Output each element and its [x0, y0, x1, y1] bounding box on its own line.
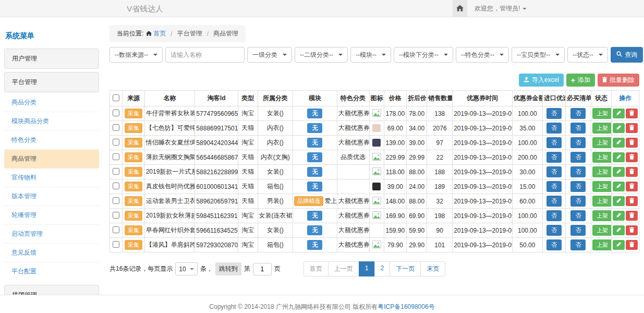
status-button[interactable]: 上架: [592, 108, 612, 119]
sidebar-item-轮播管理[interactable]: 轮播管理: [4, 206, 99, 225]
must-buy-toggle[interactable]: 否: [570, 210, 586, 221]
must-buy-toggle[interactable]: 否: [570, 152, 586, 163]
user-menu[interactable]: 欢迎您，管理员!: [475, 4, 527, 13]
pager-button-首页[interactable]: 首页: [303, 261, 329, 276]
delete-button[interactable]: [626, 138, 638, 148]
edit-button[interactable]: [613, 211, 625, 221]
sidebar-item-启动页管理[interactable]: 启动页管理: [4, 225, 99, 244]
sidebar-section-平台管理[interactable]: 平台管理: [4, 72, 99, 92]
imported-toggle[interactable]: 否: [546, 166, 562, 177]
data-source-select[interactable]: --数据来源--: [110, 47, 163, 63]
imported-toggle[interactable]: 否: [546, 239, 562, 250]
edit-button[interactable]: [613, 225, 625, 235]
filter-select-2[interactable]: --模块--: [350, 47, 391, 63]
row-checkbox[interactable]: [113, 197, 119, 204]
row-checkbox[interactable]: [113, 226, 119, 233]
row-checkbox[interactable]: [113, 168, 119, 175]
delete-button[interactable]: [626, 196, 638, 206]
import-excel-button[interactable]: 导入excel: [519, 74, 564, 87]
status-button[interactable]: 上架: [592, 123, 612, 134]
must-buy-toggle[interactable]: 否: [570, 239, 586, 250]
per-page-select[interactable]: 10: [175, 262, 197, 275]
must-buy-toggle[interactable]: 否: [570, 225, 586, 236]
jump-button[interactable]: 跳转到: [215, 262, 241, 275]
imported-toggle[interactable]: 否: [546, 108, 562, 119]
sidebar-item-模块商品分类[interactable]: 模块商品分类: [4, 112, 99, 131]
must-buy-toggle[interactable]: 否: [570, 137, 586, 148]
pager-button-1[interactable]: 1: [359, 261, 375, 276]
ops-cell: [612, 179, 639, 194]
sidebar-item-平台配置[interactable]: 平台配置: [4, 262, 99, 281]
filter-select-6[interactable]: --状态--: [567, 47, 608, 63]
delete-button[interactable]: [626, 225, 638, 235]
status-button[interactable]: 上架: [592, 166, 612, 177]
row-checkbox[interactable]: [113, 241, 119, 248]
edit-button[interactable]: [613, 240, 625, 250]
delete-button[interactable]: [626, 167, 638, 177]
search-button[interactable]: 查询: [611, 47, 643, 63]
row-checkbox[interactable]: [113, 124, 119, 131]
filter-select-0[interactable]: 一级分类: [247, 47, 292, 63]
status-button[interactable]: 上架: [592, 181, 612, 192]
batch-delete-button[interactable]: 批量删除: [598, 74, 639, 87]
edit-button[interactable]: [613, 167, 625, 177]
row-checkbox[interactable]: [113, 139, 119, 146]
row-checkbox[interactable]: [113, 212, 119, 219]
must-buy-toggle[interactable]: 否: [570, 108, 586, 119]
must-buy-toggle[interactable]: 否: [570, 196, 586, 207]
edit-button[interactable]: [613, 196, 625, 206]
edit-button[interactable]: [613, 152, 625, 162]
imported-toggle[interactable]: 否: [546, 196, 562, 207]
edit-button[interactable]: [613, 109, 625, 118]
select-all-checkbox[interactable]: [113, 94, 119, 101]
status-button[interactable]: 上架: [592, 137, 612, 148]
sidebar-section-用户管理[interactable]: 用户管理: [4, 49, 99, 69]
delete-button[interactable]: [626, 182, 638, 191]
imported-toggle[interactable]: 否: [546, 152, 562, 163]
must-buy-toggle[interactable]: 否: [570, 166, 586, 177]
imported-toggle[interactable]: 否: [546, 210, 562, 221]
delete-button[interactable]: [626, 211, 638, 221]
breadcrumb-home-link[interactable]: 首页: [146, 29, 166, 38]
delete-button[interactable]: [626, 109, 638, 118]
row-checkbox[interactable]: [113, 110, 119, 116]
must-buy-toggle[interactable]: 否: [570, 181, 586, 192]
pager-button-2[interactable]: 2: [374, 261, 391, 276]
status-button[interactable]: 上架: [592, 239, 612, 250]
sidebar-item-商品管理[interactable]: 商品管理: [4, 150, 99, 168]
sidebar-item-版本管理[interactable]: 版本管理: [4, 187, 99, 206]
status-button[interactable]: 上架: [592, 196, 612, 207]
filter-select-4[interactable]: --特色分类--: [456, 47, 509, 63]
filter-select-5[interactable]: --宝贝类型--: [512, 47, 565, 63]
delete-button[interactable]: [626, 152, 638, 162]
filter-select-1[interactable]: --二级分类--: [295, 47, 348, 63]
edit-button[interactable]: [613, 182, 625, 191]
add-button[interactable]: + 添加: [566, 74, 595, 87]
delete-button[interactable]: [626, 123, 638, 133]
filter-select-3[interactable]: --模块下分类--: [394, 47, 453, 63]
page-number-input[interactable]: [253, 263, 272, 275]
status-button[interactable]: 上架: [592, 210, 612, 221]
sidebar-item-商品分类[interactable]: 商品分类: [4, 93, 99, 112]
icp-link[interactable]: 粤ICP备16098006号: [378, 303, 434, 310]
status-button[interactable]: 上架: [592, 225, 612, 236]
name-search-input[interactable]: [165, 47, 245, 63]
status-button[interactable]: 上架: [592, 152, 612, 163]
row-checkbox[interactable]: [113, 183, 119, 189]
home-button[interactable]: [453, 0, 467, 17]
delete-button[interactable]: [626, 240, 638, 250]
pager-button-下一页[interactable]: 下一页: [390, 261, 421, 276]
pager-button-上一页[interactable]: 上一页: [328, 261, 359, 276]
sidebar-item-特色分类[interactable]: 特色分类: [4, 131, 99, 150]
row-checkbox[interactable]: [113, 153, 119, 160]
imported-toggle[interactable]: 否: [546, 181, 562, 192]
pager-button-末页[interactable]: 末页: [420, 261, 445, 276]
imported-toggle[interactable]: 否: [546, 225, 562, 236]
edit-button[interactable]: [613, 138, 625, 148]
edit-button[interactable]: [613, 123, 625, 133]
must-buy-toggle[interactable]: 否: [570, 123, 586, 134]
imported-toggle[interactable]: 否: [546, 123, 562, 134]
sidebar-item-宣传物料[interactable]: 宣传物料: [4, 168, 99, 187]
sidebar-item-意见反馈[interactable]: 意见反馈: [4, 244, 99, 262]
imported-toggle[interactable]: 否: [546, 137, 562, 148]
